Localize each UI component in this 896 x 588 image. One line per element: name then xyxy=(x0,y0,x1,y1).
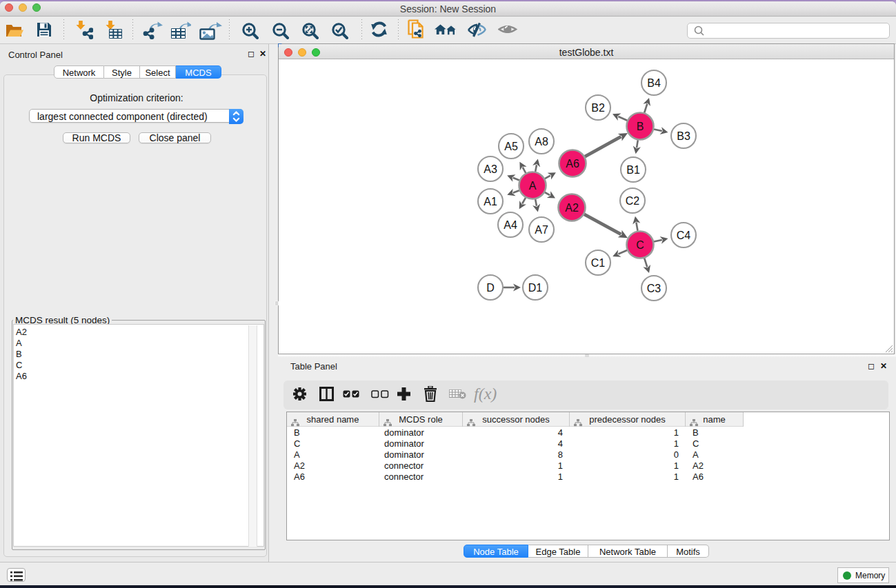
svg-text:C4: C4 xyxy=(677,230,691,241)
svg-text:A1: A1 xyxy=(484,196,497,207)
svg-text:C: C xyxy=(636,239,644,251)
svg-text:C1: C1 xyxy=(591,257,606,269)
svg-text:B4: B4 xyxy=(647,77,661,89)
svg-text:B: B xyxy=(637,121,644,132)
svg-text:A5: A5 xyxy=(504,141,518,152)
svg-text:D1: D1 xyxy=(528,282,543,294)
svg-text:A2: A2 xyxy=(565,202,579,214)
svg-text:B3: B3 xyxy=(677,130,690,142)
svg-text:A7: A7 xyxy=(535,224,548,236)
svg-text:B1: B1 xyxy=(626,164,640,176)
svg-text:A8: A8 xyxy=(535,136,548,148)
svg-text:B2: B2 xyxy=(591,102,605,114)
svg-text:D: D xyxy=(486,282,495,294)
svg-text:A3: A3 xyxy=(484,163,497,175)
svg-text:A6: A6 xyxy=(566,158,579,170)
svg-text:A: A xyxy=(529,180,537,192)
svg-text:C3: C3 xyxy=(647,283,661,294)
svg-text:C2: C2 xyxy=(626,195,640,207)
svg-text:A4: A4 xyxy=(504,219,517,231)
